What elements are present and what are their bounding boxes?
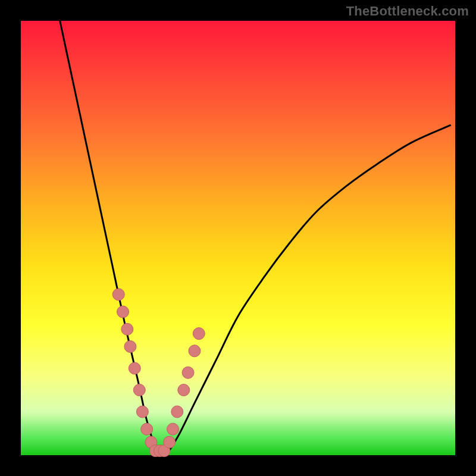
marker-point <box>124 341 136 353</box>
marker-point <box>171 406 183 418</box>
curve-path <box>60 21 451 455</box>
marker-point <box>117 306 129 318</box>
marker-point <box>133 384 145 396</box>
marker-point <box>189 345 201 357</box>
chart-stage: TheBottleneck.com <box>0 0 476 476</box>
marker-point <box>136 406 148 418</box>
marker-point <box>178 384 190 396</box>
marker-point <box>193 328 205 340</box>
marker-point <box>141 423 153 435</box>
attribution-text: TheBottleneck.com <box>346 4 469 19</box>
marker-point <box>112 289 124 300</box>
plot-area <box>21 21 455 455</box>
marker-point <box>129 362 140 374</box>
bottleneck-curve <box>21 21 455 455</box>
marker-point <box>182 367 194 378</box>
marker-point <box>167 423 179 435</box>
marker-point <box>164 436 176 448</box>
marker-point <box>121 323 133 335</box>
